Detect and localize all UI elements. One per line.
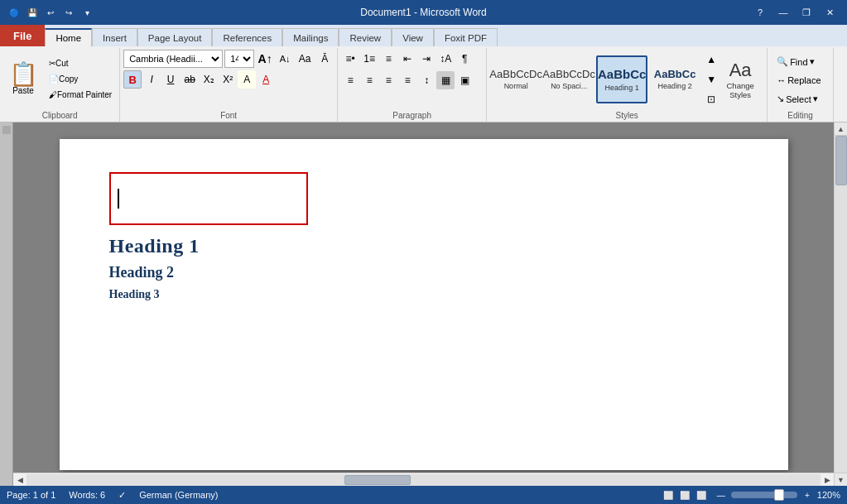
tab-foxit[interactable]: Foxit PDF xyxy=(434,28,498,46)
style-normal-name: Normal xyxy=(504,82,528,90)
left-margin-indicator xyxy=(0,122,13,486)
help-btn[interactable]: ? xyxy=(749,4,771,21)
strikethrough-btn[interactable]: ab xyxy=(180,70,199,89)
underline-btn[interactable]: U xyxy=(161,70,180,89)
decrease-indent-btn[interactable]: ⇤ xyxy=(398,50,416,68)
close-btn[interactable]: ✕ xyxy=(819,4,840,21)
scroll-down-btn[interactable]: ▼ xyxy=(835,473,848,486)
style-heading1-preview: AaBbCc xyxy=(598,67,646,82)
tab-view[interactable]: View xyxy=(392,28,434,46)
sort-btn[interactable]: ↕A xyxy=(436,50,455,68)
find-button[interactable]: 🔍 Find ▾ xyxy=(771,53,820,70)
replace-button[interactable]: ↔ Replace xyxy=(771,72,826,89)
document-page[interactable]: Heading 1 Heading 2 Heading 3 xyxy=(60,139,788,470)
title-bar-controls: ? — ❐ ✕ xyxy=(749,4,840,21)
paragraph-group: ≡• 1≡ ≡ ⇤ ⇥ ↕A ¶ ≡ ≡ ≡ ≡ ↕ ▦ ▣ xyxy=(338,48,487,122)
scroll-right-btn[interactable]: ▶ xyxy=(821,473,834,487)
ribbon: 📋 Paste ✂ Cut 📄 Copy 🖌 Format Painter Cl… xyxy=(0,46,847,122)
format-painter-button[interactable]: 🖌 Format Painter xyxy=(45,88,116,103)
full-screen-btn[interactable]: ⬜ xyxy=(678,488,691,502)
text-cursor-box[interactable] xyxy=(109,172,308,225)
undo-quick-btn[interactable]: ↩ xyxy=(43,5,58,20)
change-styles-btn[interactable]: Aa ChangeStyles xyxy=(717,55,763,103)
zoom-slider-thumb[interactable] xyxy=(774,489,784,501)
font-color-btn[interactable]: A xyxy=(257,70,275,89)
superscript-btn[interactable]: X² xyxy=(219,70,237,89)
redo-quick-btn[interactable]: ↪ xyxy=(61,5,76,20)
italic-btn[interactable]: I xyxy=(142,70,161,89)
styles-group: AaBbCcDc Normal AaBbCcDc No Spaci... AaB… xyxy=(487,48,768,122)
justify-btn[interactable]: ≡ xyxy=(398,71,416,89)
horizontal-scrollbar[interactable]: ◀ ▶ xyxy=(13,473,834,486)
style-no-spacing[interactable]: AaBbCcDc No Spaci... xyxy=(543,55,594,103)
v-scroll-thumb[interactable] xyxy=(835,136,847,185)
customize-quick-btn[interactable]: ▾ xyxy=(79,5,94,20)
align-right-btn[interactable]: ≡ xyxy=(379,71,397,89)
title-bar-left: 🔵 💾 ↩ ↪ ▾ xyxy=(7,5,94,20)
web-layout-btn[interactable]: ⬜ xyxy=(695,488,708,502)
vertical-scrollbar[interactable]: ▲ ▼ xyxy=(834,122,847,486)
increase-indent-btn[interactable]: ⇥ xyxy=(417,50,436,68)
font-size-select[interactable]: 14 xyxy=(224,50,254,68)
save-quick-btn[interactable]: 💾 xyxy=(25,5,40,20)
multilevel-list-btn[interactable]: ≡ xyxy=(379,50,397,68)
show-hide-btn[interactable]: ¶ xyxy=(455,50,474,68)
change-styles-icon: Aa xyxy=(729,60,752,81)
style-heading2[interactable]: AaBbCc Heading 2 xyxy=(649,55,700,103)
window-title: Document1 - Microsoft Word xyxy=(360,7,487,18)
page-area[interactable]: Heading 1 Heading 2 Heading 3 xyxy=(13,122,834,473)
restore-btn[interactable]: ❐ xyxy=(796,4,817,21)
font-family-select[interactable]: Cambria (Headii... xyxy=(123,50,223,68)
numbering-btn[interactable]: 1≡ xyxy=(360,50,378,68)
zoom-in-btn[interactable]: + xyxy=(801,488,814,502)
clipboard-small-btns: ✂ Cut 📄 Copy 🖌 Format Painter xyxy=(45,56,116,103)
tab-review[interactable]: Review xyxy=(339,28,392,46)
scroll-left-btn[interactable]: ◀ xyxy=(13,473,26,487)
select-button[interactable]: ↘ Select ▾ xyxy=(771,90,824,108)
copy-button[interactable]: 📄 Copy xyxy=(45,72,116,87)
style-normal[interactable]: AaBbCcDc Normal xyxy=(490,55,541,103)
line-spacing-btn[interactable]: ↕ xyxy=(417,71,436,89)
tab-mailings[interactable]: Mailings xyxy=(282,28,339,46)
tab-insert[interactable]: Insert xyxy=(92,28,137,46)
cut-button[interactable]: ✂ Cut xyxy=(45,56,116,71)
print-layout-btn[interactable]: ⬜ xyxy=(662,488,675,502)
v-scroll-track[interactable] xyxy=(835,136,847,473)
change-case-btn[interactable]: Aa xyxy=(296,50,314,68)
align-left-btn[interactable]: ≡ xyxy=(341,71,359,89)
h-scroll-track[interactable] xyxy=(26,474,821,486)
align-center-btn[interactable]: ≡ xyxy=(360,71,378,89)
zoom-out-btn[interactable]: — xyxy=(715,488,728,502)
file-tab-btn[interactable]: File xyxy=(0,25,45,46)
ribbon-tab-bar: File Home Insert Page Layout References … xyxy=(0,25,847,46)
style-no-spacing-preview: AaBbCcDc xyxy=(542,68,595,81)
tab-home[interactable]: Home xyxy=(45,28,92,46)
grow-font-btn[interactable]: A↑ xyxy=(256,50,274,68)
subscript-btn[interactable]: X₂ xyxy=(200,70,218,89)
word-window: 🔵 💾 ↩ ↪ ▾ Document1 - Microsoft Word ? —… xyxy=(0,0,847,504)
paste-button[interactable]: 📋 Paste xyxy=(3,55,43,103)
scroll-up-btn[interactable]: ▲ xyxy=(835,122,848,136)
h-scroll-thumb[interactable] xyxy=(344,475,411,485)
tab-references[interactable]: References xyxy=(212,28,282,46)
word-logo-icon: 🔵 xyxy=(7,5,22,20)
bold-btn[interactable]: B xyxy=(123,70,142,89)
zoom-slider[interactable] xyxy=(731,492,797,498)
bullets-btn[interactable]: ≡• xyxy=(341,50,359,68)
shrink-font-btn[interactable]: A↓ xyxy=(276,50,294,68)
font-group: Cambria (Headii... 14 A↑ A↓ Aa Ā B I U a… xyxy=(120,48,338,122)
clear-format-btn[interactable]: Ā xyxy=(315,50,334,68)
border-btn[interactable]: ▣ xyxy=(455,71,474,89)
shading-btn[interactable]: ▦ xyxy=(436,71,455,89)
styles-label: Styles xyxy=(487,111,767,120)
style-heading1[interactable]: AaBbCc Heading 1 xyxy=(596,55,647,103)
title-bar: 🔵 💾 ↩ ↪ ▾ Document1 - Microsoft Word ? —… xyxy=(0,0,847,25)
tab-page-layout[interactable]: Page Layout xyxy=(137,28,213,46)
text-highlight-btn[interactable]: A xyxy=(238,70,256,89)
replace-icon: ↔ xyxy=(777,75,786,85)
spell-check-icon: ✓ xyxy=(118,490,126,501)
editing-group: 🔍 Find ▾ ↔ Replace ↘ Select ▾ Editing xyxy=(768,48,834,122)
view-selector[interactable] xyxy=(2,126,11,134)
minimize-btn[interactable]: — xyxy=(772,4,794,21)
change-styles-label: ChangeStyles xyxy=(727,81,754,99)
